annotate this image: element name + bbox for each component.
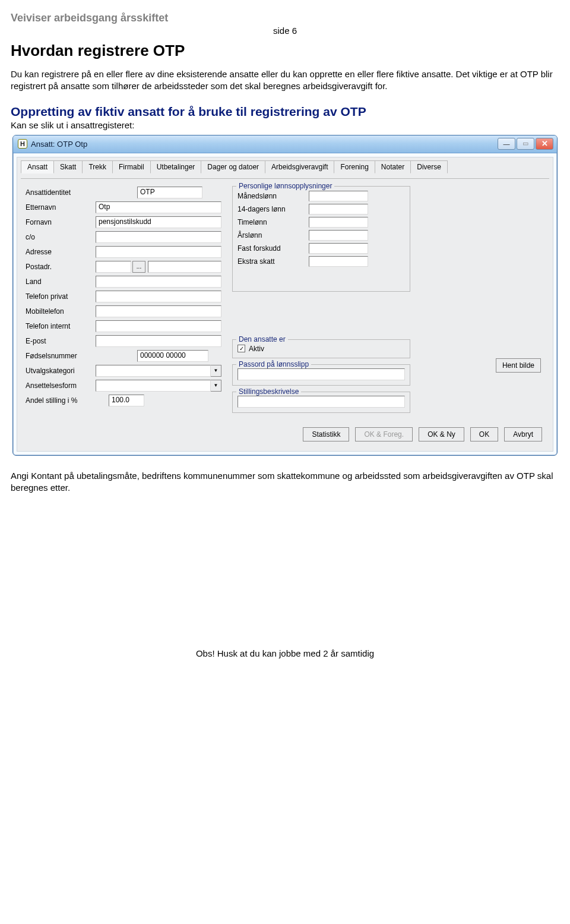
label-tlfpriv: Telefon privat — [26, 292, 96, 301]
legend-pay: Personlige lønnsopplysninger — [236, 182, 334, 190]
maximize-button[interactable]: ▭ — [517, 138, 534, 150]
label-ekstraskatt: Ekstra skatt — [238, 257, 309, 266]
label-fnr: Fødselsnummer — [26, 352, 96, 360]
label-andel: Andel stilling i % — [26, 396, 109, 405]
input-fornavn[interactable]: pensjonstilskudd — [96, 216, 221, 228]
group-pay: Personlige lønnsopplysninger Månedslønn … — [232, 186, 410, 292]
input-14dagers[interactable] — [309, 204, 368, 215]
tab-forening[interactable]: Forening — [334, 160, 375, 174]
input-epost[interactable] — [96, 335, 221, 347]
input-tlfint[interactable] — [96, 320, 221, 332]
group-stilling: Stillingsbeskrivelse — [232, 392, 410, 413]
main-title: Hvordan registrere OTP — [11, 42, 559, 60]
minimize-button[interactable]: — — [498, 138, 515, 150]
browse-postadr-button[interactable]: ... — [132, 261, 145, 273]
label-aktiv: Aktiv — [249, 345, 264, 353]
input-utvalg[interactable] — [96, 365, 211, 377]
input-andel[interactable]: 100.0 — [109, 395, 144, 406]
label-co: c/o — [26, 233, 96, 241]
label-ansattid: Ansattidentitet — [26, 188, 96, 197]
tab-ansatt[interactable]: Ansatt — [21, 160, 54, 174]
label-manedslonn: Månedslønn — [238, 192, 309, 200]
sub-caption: Kan se slik ut i ansattregisteret: — [11, 120, 559, 130]
label-forskudd: Fast forskudd — [238, 244, 309, 253]
input-fnr[interactable]: 000000 00000 — [137, 350, 208, 362]
legend-stilling: Stillingsbeskrivelse — [236, 387, 301, 396]
input-poststed[interactable] — [148, 261, 221, 273]
input-passord[interactable] — [238, 368, 405, 380]
label-etternavn: Etternavn — [26, 203, 96, 212]
label-adresse: Adresse — [26, 248, 96, 256]
tab-notater[interactable]: Notater — [375, 160, 411, 174]
doc-header: Veiviser arbeidsgang årsskiftet — [11, 12, 559, 24]
app-icon: H — [18, 139, 27, 149]
legend-ansatt-er: Den ansatte er — [236, 335, 288, 343]
input-ansform[interactable] — [96, 380, 211, 392]
dialog-button-row: Statistikk OK & Foreg. OK & Ny OK Avbryt — [21, 422, 549, 445]
tab-utbetalinger[interactable]: Utbetalinger — [150, 160, 202, 174]
label-utvalg: Utvalgskategori — [26, 367, 96, 375]
titlebar: H Ansatt: OTP Otp — ▭ ✕ — [13, 135, 557, 153]
tab-diverse[interactable]: Diverse — [410, 160, 448, 174]
input-postadr[interactable] — [96, 261, 131, 273]
label-timelonn: Timelønn — [238, 218, 309, 226]
ok-button[interactable]: OK — [470, 427, 498, 441]
tab-dager[interactable]: Dager og datoer — [201, 160, 265, 174]
label-ansform: Ansettelsesform — [26, 381, 96, 390]
label-land: Land — [26, 277, 96, 286]
ok-ny-button[interactable]: OK & Ny — [419, 427, 464, 441]
group-ansatt-er: Den ansatte er ✓ Aktiv — [232, 339, 410, 358]
input-stilling[interactable] — [238, 396, 405, 408]
tab-firmabil[interactable]: Firmabil — [112, 160, 151, 174]
outro-paragraph: Angi Kontant på ubetalingsmåte, bedrifte… — [11, 470, 559, 494]
label-mobil: Mobiltelefon — [26, 307, 96, 316]
group-passord: Passord på lønnsslipp — [232, 364, 410, 386]
avbryt-button[interactable]: Avbryt — [504, 427, 542, 441]
tab-trekk[interactable]: Trekk — [82, 160, 113, 174]
page-number: side 6 — [11, 26, 559, 36]
subtitle: Oppretting av fiktiv ansatt for å bruke … — [11, 105, 559, 119]
label-fornavn: Fornavn — [26, 218, 96, 226]
input-adresse[interactable] — [96, 246, 221, 258]
label-postadr: Postadr. — [26, 263, 96, 271]
legend-passord: Passord på lønnsslipp — [236, 360, 311, 368]
input-ansattid[interactable]: OTP — [137, 187, 202, 198]
input-timelonn[interactable] — [309, 217, 368, 228]
intro-paragraph: Du kan registrere på en eller flere av d… — [11, 68, 559, 93]
window-title: Ansatt: OTP Otp — [31, 140, 87, 149]
statistikk-button[interactable]: Statistikk — [303, 427, 349, 441]
label-arslonn: Årslønn — [238, 231, 309, 239]
tab-skatt[interactable]: Skatt — [53, 160, 83, 174]
input-mobil[interactable] — [96, 305, 221, 317]
input-arslonn[interactable] — [309, 230, 368, 241]
tabstrip: Ansatt Skatt Trekk Firmabil Utbetalinger… — [21, 160, 549, 173]
input-etternavn[interactable]: Otp — [96, 201, 221, 213]
app-window: H Ansatt: OTP Otp — ▭ ✕ Ansatt Skatt Tre… — [12, 135, 558, 456]
ok-foreg-button[interactable]: OK & Foreg. — [355, 427, 413, 441]
checkbox-aktiv[interactable]: ✓ — [238, 345, 245, 352]
hent-bilde-button[interactable]: Hent bilde — [496, 358, 541, 373]
input-land[interactable] — [96, 276, 221, 288]
input-co[interactable] — [96, 231, 221, 243]
label-14dagers: 14-dagers lønn — [238, 205, 309, 213]
dropdown-utvalg-icon[interactable]: ▼ — [211, 365, 221, 377]
label-tlfint: Telefon internt — [26, 322, 96, 330]
close-button[interactable]: ✕ — [536, 138, 553, 150]
input-forskudd[interactable] — [309, 243, 368, 254]
footer-note: Obs! Husk at du kan jobbe med 2 år samti… — [11, 648, 559, 658]
input-manedslonn[interactable] — [309, 191, 368, 201]
label-epost: E-post — [26, 337, 96, 345]
tab-arbeidsgiveravgift[interactable]: Arbeidsgiveravgift — [265, 160, 334, 174]
dropdown-ansform-icon[interactable]: ▼ — [211, 380, 221, 392]
input-tlfpriv[interactable] — [96, 291, 221, 302]
input-ekstraskatt[interactable] — [309, 256, 368, 267]
